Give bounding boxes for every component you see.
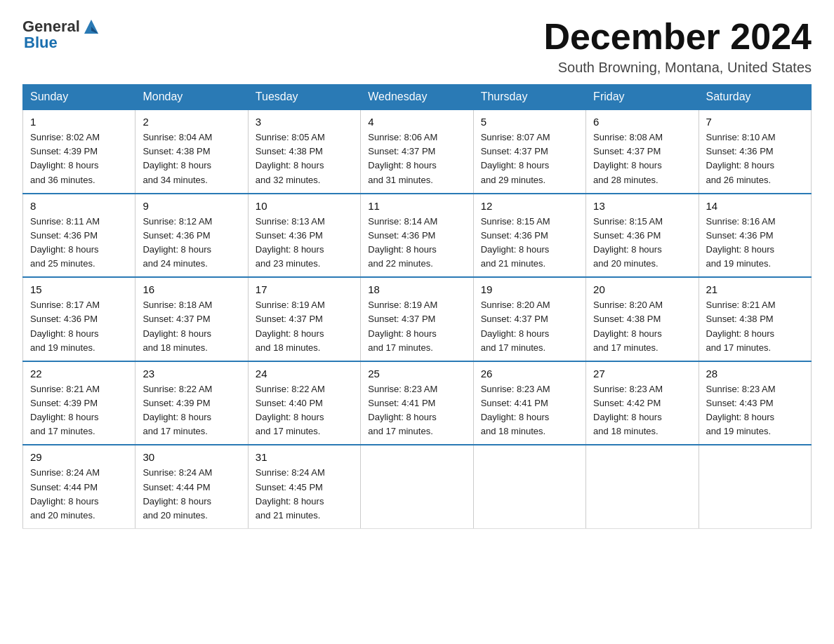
- day-info: Sunrise: 8:02 AM Sunset: 4:39 PM Dayligh…: [30, 130, 128, 187]
- day-info: Sunrise: 8:18 AM Sunset: 4:37 PM Dayligh…: [143, 298, 240, 355]
- table-row: 28 Sunrise: 8:23 AM Sunset: 4:43 PM Dayl…: [699, 361, 811, 445]
- day-number: 26: [481, 368, 578, 380]
- col-tuesday: Tuesday: [248, 85, 360, 110]
- day-info: Sunrise: 8:15 AM Sunset: 4:36 PM Dayligh…: [481, 215, 578, 271]
- table-row: 10 Sunrise: 8:13 AM Sunset: 4:36 PM Dayl…: [248, 194, 360, 278]
- calendar-table: Sunday Monday Tuesday Wednesday Thursday…: [22, 84, 812, 529]
- location-title: South Browning, Montana, United States: [543, 60, 812, 76]
- day-info: Sunrise: 8:15 AM Sunset: 4:36 PM Dayligh…: [593, 215, 691, 271]
- logo-blue: Blue: [24, 34, 58, 51]
- day-number: 30: [143, 451, 240, 463]
- day-info: Sunrise: 8:23 AM Sunset: 4:41 PM Dayligh…: [481, 382, 578, 439]
- day-number: 14: [706, 200, 804, 212]
- day-info: Sunrise: 8:21 AM Sunset: 4:39 PM Dayligh…: [30, 382, 128, 439]
- table-row: 3 Sunrise: 8:05 AM Sunset: 4:38 PM Dayli…: [248, 109, 360, 194]
- table-row: 25 Sunrise: 8:23 AM Sunset: 4:41 PM Dayl…: [361, 361, 473, 445]
- calendar-week-row: 15 Sunrise: 8:17 AM Sunset: 4:36 PM Dayl…: [23, 277, 812, 361]
- table-row: 29 Sunrise: 8:24 AM Sunset: 4:44 PM Dayl…: [23, 445, 135, 528]
- table-row: 17 Sunrise: 8:19 AM Sunset: 4:37 PM Dayl…: [248, 277, 360, 361]
- table-row: 30 Sunrise: 8:24 AM Sunset: 4:44 PM Dayl…: [135, 445, 248, 528]
- day-number: 19: [481, 283, 578, 295]
- table-row: [586, 445, 699, 528]
- table-row: 27 Sunrise: 8:23 AM Sunset: 4:42 PM Dayl…: [586, 361, 699, 445]
- table-row: 22 Sunrise: 8:21 AM Sunset: 4:39 PM Dayl…: [23, 361, 135, 445]
- day-info: Sunrise: 8:12 AM Sunset: 4:36 PM Dayligh…: [143, 215, 240, 271]
- day-number: 17: [256, 283, 353, 295]
- table-row: 18 Sunrise: 8:19 AM Sunset: 4:37 PM Dayl…: [361, 277, 473, 361]
- day-info: Sunrise: 8:06 AM Sunset: 4:37 PM Dayligh…: [368, 130, 465, 187]
- day-number: 6: [593, 116, 691, 128]
- table-row: 15 Sunrise: 8:17 AM Sunset: 4:36 PM Dayl…: [23, 277, 135, 361]
- day-info: Sunrise: 8:10 AM Sunset: 4:36 PM Dayligh…: [706, 130, 804, 187]
- table-row: 9 Sunrise: 8:12 AM Sunset: 4:36 PM Dayli…: [135, 194, 248, 278]
- table-row: 7 Sunrise: 8:10 AM Sunset: 4:36 PM Dayli…: [699, 109, 811, 194]
- col-monday: Monday: [135, 85, 248, 110]
- col-saturday: Saturday: [699, 85, 811, 110]
- col-thursday: Thursday: [473, 85, 585, 110]
- day-number: 23: [143, 368, 240, 380]
- day-number: 7: [706, 116, 804, 128]
- day-info: Sunrise: 8:20 AM Sunset: 4:38 PM Dayligh…: [593, 298, 691, 355]
- table-row: 5 Sunrise: 8:07 AM Sunset: 4:37 PM Dayli…: [473, 109, 585, 194]
- table-row: 1 Sunrise: 8:02 AM Sunset: 4:39 PM Dayli…: [23, 109, 135, 194]
- table-row: [699, 445, 811, 528]
- table-row: 23 Sunrise: 8:22 AM Sunset: 4:39 PM Dayl…: [135, 361, 248, 445]
- day-number: 13: [593, 200, 691, 212]
- calendar-week-row: 22 Sunrise: 8:21 AM Sunset: 4:39 PM Dayl…: [23, 361, 812, 445]
- day-number: 2: [143, 116, 240, 128]
- day-info: Sunrise: 8:16 AM Sunset: 4:36 PM Dayligh…: [706, 215, 804, 271]
- day-number: 9: [143, 200, 240, 212]
- table-row: 12 Sunrise: 8:15 AM Sunset: 4:36 PM Dayl…: [473, 194, 585, 278]
- day-info: Sunrise: 8:22 AM Sunset: 4:39 PM Dayligh…: [143, 382, 240, 439]
- col-sunday: Sunday: [23, 85, 135, 110]
- day-number: 31: [256, 451, 353, 463]
- day-number: 3: [256, 116, 353, 128]
- day-info: Sunrise: 8:24 AM Sunset: 4:44 PM Dayligh…: [143, 466, 240, 523]
- col-friday: Friday: [586, 85, 699, 110]
- table-row: 14 Sunrise: 8:16 AM Sunset: 4:36 PM Dayl…: [699, 194, 811, 278]
- day-number: 5: [481, 116, 578, 128]
- day-number: 1: [30, 116, 128, 128]
- table-row: 8 Sunrise: 8:11 AM Sunset: 4:36 PM Dayli…: [23, 194, 135, 278]
- table-row: 26 Sunrise: 8:23 AM Sunset: 4:41 PM Dayl…: [473, 361, 585, 445]
- day-info: Sunrise: 8:24 AM Sunset: 4:45 PM Dayligh…: [256, 466, 353, 523]
- day-info: Sunrise: 8:08 AM Sunset: 4:37 PM Dayligh…: [593, 130, 691, 187]
- day-info: Sunrise: 8:17 AM Sunset: 4:36 PM Dayligh…: [30, 298, 128, 355]
- table-row: [473, 445, 585, 528]
- day-number: 11: [368, 200, 465, 212]
- table-row: 11 Sunrise: 8:14 AM Sunset: 4:36 PM Dayl…: [361, 194, 473, 278]
- day-info: Sunrise: 8:23 AM Sunset: 4:41 PM Dayligh…: [368, 382, 465, 439]
- table-row: 16 Sunrise: 8:18 AM Sunset: 4:37 PM Dayl…: [135, 277, 248, 361]
- day-info: Sunrise: 8:07 AM Sunset: 4:37 PM Dayligh…: [481, 130, 578, 187]
- calendar-week-row: 8 Sunrise: 8:11 AM Sunset: 4:36 PM Dayli…: [23, 194, 812, 278]
- day-number: 21: [706, 283, 804, 295]
- day-info: Sunrise: 8:13 AM Sunset: 4:36 PM Dayligh…: [256, 215, 353, 271]
- calendar-week-row: 1 Sunrise: 8:02 AM Sunset: 4:39 PM Dayli…: [23, 109, 812, 194]
- table-row: 21 Sunrise: 8:21 AM Sunset: 4:38 PM Dayl…: [699, 277, 811, 361]
- col-wednesday: Wednesday: [361, 85, 473, 110]
- day-info: Sunrise: 8:20 AM Sunset: 4:37 PM Dayligh…: [481, 298, 578, 355]
- day-info: Sunrise: 8:23 AM Sunset: 4:43 PM Dayligh…: [706, 382, 804, 439]
- day-info: Sunrise: 8:19 AM Sunset: 4:37 PM Dayligh…: [368, 298, 465, 355]
- table-row: 31 Sunrise: 8:24 AM Sunset: 4:45 PM Dayl…: [248, 445, 360, 528]
- logo-icon: [81, 17, 101, 36]
- day-number: 8: [30, 200, 128, 212]
- day-number: 20: [593, 283, 691, 295]
- day-number: 24: [256, 368, 353, 380]
- table-row: 24 Sunrise: 8:22 AM Sunset: 4:40 PM Dayl…: [248, 361, 360, 445]
- day-number: 27: [593, 368, 691, 380]
- table-row: 20 Sunrise: 8:20 AM Sunset: 4:38 PM Dayl…: [586, 277, 699, 361]
- title-block: December 2024 South Browning, Montana, U…: [543, 17, 812, 76]
- day-number: 25: [368, 368, 465, 380]
- logo-general: General: [22, 18, 80, 35]
- day-number: 29: [30, 451, 128, 463]
- day-number: 12: [481, 200, 578, 212]
- table-row: 6 Sunrise: 8:08 AM Sunset: 4:37 PM Dayli…: [586, 109, 699, 194]
- table-row: 19 Sunrise: 8:20 AM Sunset: 4:37 PM Dayl…: [473, 277, 585, 361]
- table-row: 2 Sunrise: 8:04 AM Sunset: 4:38 PM Dayli…: [135, 109, 248, 194]
- month-title: December 2024: [543, 17, 812, 57]
- page-header: General Blue December 2024 South Brownin…: [22, 17, 812, 76]
- day-info: Sunrise: 8:04 AM Sunset: 4:38 PM Dayligh…: [143, 130, 240, 187]
- day-info: Sunrise: 8:24 AM Sunset: 4:44 PM Dayligh…: [30, 466, 128, 523]
- calendar-header-row: Sunday Monday Tuesday Wednesday Thursday…: [23, 85, 812, 110]
